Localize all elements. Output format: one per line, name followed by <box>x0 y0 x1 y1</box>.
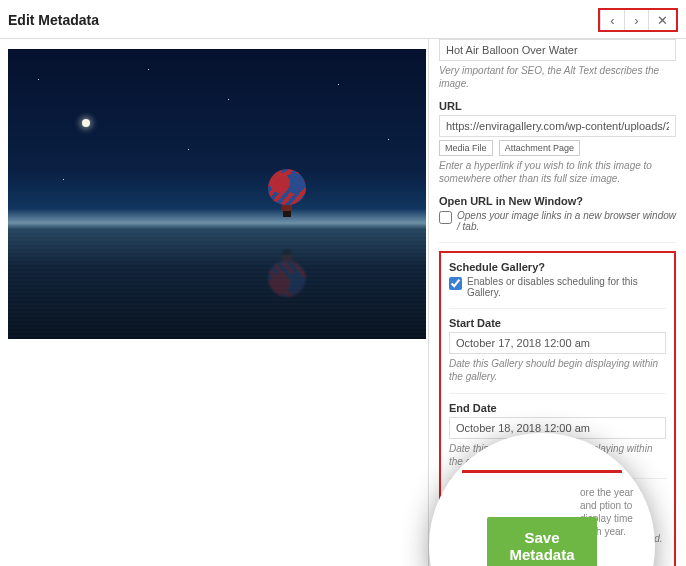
end-date-input[interactable] <box>449 417 666 439</box>
magnifier-content: Save Metadata <box>487 517 597 566</box>
star-icon <box>188 149 189 150</box>
schedule-checkbox[interactable] <box>449 277 462 290</box>
new-window-checkbox-row[interactable]: Opens your image links in a new browser … <box>439 210 676 232</box>
star-icon <box>338 84 339 85</box>
new-window-checkbox[interactable] <box>439 211 452 224</box>
schedule-label: Schedule Gallery? <box>449 261 666 273</box>
new-window-field-group: Open URL in New Window? Opens your image… <box>439 195 676 232</box>
star-icon <box>38 79 39 80</box>
balloon-reflection <box>268 237 306 297</box>
start-date-label: Start Date <box>449 317 666 329</box>
schedule-checkbox-row[interactable]: Enables or disables scheduling for this … <box>449 276 666 298</box>
url-field-group: URL Media File Attachment Page Enter a h… <box>439 100 676 185</box>
alt-text-hint: Very important for SEO, the Alt Text des… <box>439 64 676 90</box>
modal-header: Edit Metadata ‹ › ✕ <box>0 0 686 39</box>
image-preview <box>8 49 426 339</box>
divider <box>449 393 666 394</box>
url-buttons: Media File Attachment Page <box>439 137 676 156</box>
save-metadata-button[interactable]: Save Metadata <box>487 517 597 566</box>
divider <box>439 242 676 243</box>
url-label: URL <box>439 100 676 112</box>
moon-icon <box>82 119 90 127</box>
alt-text-input[interactable] <box>439 39 676 61</box>
star-icon <box>148 69 149 70</box>
star-icon <box>63 179 64 180</box>
close-icon: ✕ <box>657 13 668 28</box>
modal-title: Edit Metadata <box>8 12 99 28</box>
start-date-hint: Date this Gallery should begin displayin… <box>449 357 666 383</box>
star-icon <box>228 99 229 100</box>
start-date-group: Start Date Date this Gallery should begi… <box>449 317 666 383</box>
schedule-gallery-group: Schedule Gallery? Enables or disables sc… <box>449 261 666 298</box>
water-shimmer <box>8 227 426 339</box>
next-button[interactable]: › <box>624 10 648 30</box>
magnifier-red-line <box>462 470 622 473</box>
alt-text-field-group: Very important for SEO, the Alt Text des… <box>439 39 676 90</box>
balloon-graphic <box>268 169 306 215</box>
schedule-cb-text: Enables or disables scheduling for this … <box>467 276 666 298</box>
new-window-cb-text: Opens your image links in a new browser … <box>457 210 676 232</box>
image-panel <box>0 39 428 566</box>
url-input[interactable] <box>439 115 676 137</box>
divider <box>449 308 666 309</box>
media-file-button[interactable]: Media File <box>439 140 493 156</box>
modal-nav-controls: ‹ › ✕ <box>598 8 678 32</box>
prev-button[interactable]: ‹ <box>600 10 624 30</box>
chevron-right-icon: › <box>634 13 638 28</box>
start-date-input[interactable] <box>449 332 666 354</box>
chevron-left-icon: ‹ <box>610 13 614 28</box>
end-date-label: End Date <box>449 402 666 414</box>
edit-metadata-modal: Edit Metadata ‹ › ✕ <box>0 0 686 566</box>
new-window-label: Open URL in New Window? <box>439 195 676 207</box>
url-hint: Enter a hyperlink if you wish to link th… <box>439 159 676 185</box>
attachment-page-button[interactable]: Attachment Page <box>499 140 580 156</box>
close-button[interactable]: ✕ <box>648 10 676 30</box>
star-icon <box>388 139 389 140</box>
